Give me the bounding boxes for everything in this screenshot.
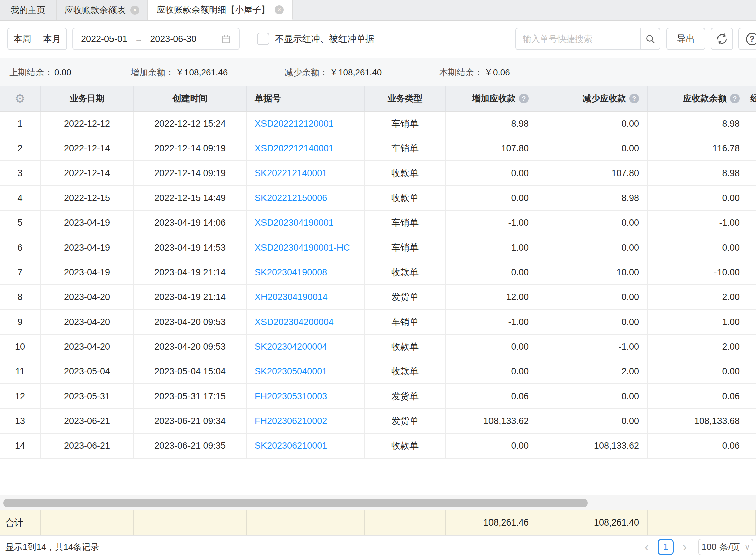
prev-page-button[interactable]: ‹ bbox=[640, 540, 654, 553]
search-button[interactable] bbox=[640, 28, 660, 50]
doc-no-cell: XH202304190014 bbox=[247, 285, 365, 309]
table-row: 13 2023-06-21 2023-06-21 09:34 FH2023062… bbox=[0, 409, 756, 434]
export-button[interactable]: 导出 bbox=[666, 28, 705, 50]
doc-no-link[interactable]: SK202212150006 bbox=[255, 193, 327, 203]
balance-cell: 8.98 bbox=[648, 161, 748, 185]
settings-gear-icon[interactable]: ⚙ bbox=[15, 92, 25, 106]
horizontal-scrollbar-thumb[interactable] bbox=[3, 499, 588, 507]
biz-type-cell: 收款单 bbox=[365, 161, 446, 185]
tab-close-icon[interactable]: × bbox=[130, 6, 139, 15]
row-index: 6 bbox=[0, 235, 41, 259]
page-size-select[interactable]: 100 条/页 ∨ bbox=[698, 538, 753, 555]
table-row: 9 2023-04-20 2023-04-20 09:53 XSD2023042… bbox=[0, 310, 756, 335]
current-page-button[interactable]: 1 bbox=[657, 539, 674, 555]
balance-cell: 0.00 bbox=[648, 186, 748, 210]
biz-type-cell: 收款单 bbox=[365, 335, 446, 359]
this-month-button[interactable]: 本月 bbox=[37, 28, 67, 50]
tab-receivable-balance-detail[interactable]: 应收账款余额明细【小屋子】 × bbox=[148, 0, 293, 20]
biz-type-cell: 收款单 bbox=[365, 434, 446, 458]
balance-cell: -10.00 bbox=[648, 260, 748, 284]
biz-type-cell: 发货单 bbox=[365, 285, 446, 309]
next-page-button[interactable]: › bbox=[678, 540, 692, 553]
table-row: 12 2023-05-31 2023-05-31 17:15 FH2023053… bbox=[0, 384, 756, 409]
doc-no-link[interactable]: SK202304190008 bbox=[255, 267, 327, 278]
doc-no-link[interactable]: XSD202212140001 bbox=[255, 143, 334, 154]
decrease-cell: 0.00 bbox=[537, 211, 648, 235]
doc-no-link[interactable]: FH202306210002 bbox=[255, 416, 327, 426]
search-icon bbox=[645, 33, 656, 45]
table-header: ⚙ 业务日期 创建时间 单据号 业务类型 增加应收款 ? 减少应收款 ? 应收款… bbox=[0, 86, 756, 111]
partial-cell bbox=[748, 359, 756, 383]
biz-type-cell: 车销单 bbox=[365, 235, 446, 259]
refresh-button[interactable] bbox=[711, 28, 733, 50]
table-row: 4 2022-12-15 2022-12-15 14:49 SK20221215… bbox=[0, 186, 756, 211]
doc-no-link[interactable]: SK202305040001 bbox=[255, 366, 327, 377]
increase-cell: 0.00 bbox=[446, 434, 537, 458]
tab-receivable-balance-sheet[interactable]: 应收账款余额表 × bbox=[57, 0, 148, 20]
created-time-cell: 2022-12-12 15:24 bbox=[134, 111, 247, 136]
summary-bar: 上期结余： 0.00 增加余额： ￥108,261.46 减少余额： ￥108,… bbox=[0, 58, 756, 86]
doc-no-link[interactable]: SK202212140001 bbox=[255, 168, 327, 179]
biz-type-cell: 收款单 bbox=[365, 359, 446, 383]
doc-no-link[interactable]: XSD202304190001-HC bbox=[255, 243, 350, 253]
increase-cell: 0.00 bbox=[446, 335, 537, 359]
row-index: 2 bbox=[0, 136, 41, 160]
decrease-cell: 0.00 bbox=[537, 409, 648, 433]
search-input[interactable] bbox=[515, 28, 640, 50]
app-window: 我的主页 应收账款余额表 × 应收账款余额明细【小屋子】 × 本周 本月 202… bbox=[0, 0, 756, 558]
record-count-text: 显示1到14，共14条记录 bbox=[5, 536, 99, 558]
total-label: 合计 bbox=[0, 510, 41, 535]
doc-no-cell: SK202304190008 bbox=[247, 260, 365, 284]
help-button[interactable]: ? bbox=[738, 28, 756, 50]
decrease-cell: -1.00 bbox=[537, 335, 648, 359]
table-row: 3 2022-12-14 2022-12-14 09:19 SK20221214… bbox=[0, 161, 756, 186]
biz-type-cell: 车销单 bbox=[365, 111, 446, 136]
row-index: 9 bbox=[0, 310, 41, 334]
doc-no-cell: SK202305040001 bbox=[247, 359, 365, 383]
date-range-picker[interactable]: 2022-05-01 → 2023-06-30 bbox=[72, 28, 240, 50]
decrease-cell: 2.00 bbox=[537, 359, 648, 383]
increase-cell: 8.98 bbox=[446, 111, 537, 136]
row-index: 12 bbox=[0, 384, 41, 408]
help-icon[interactable]: ? bbox=[629, 94, 639, 103]
business-date-cell: 2022-12-14 bbox=[41, 161, 134, 185]
created-time-cell: 2023-04-19 14:06 bbox=[134, 211, 247, 235]
doc-no-link[interactable]: XH202304190014 bbox=[255, 292, 328, 302]
tab-my-home[interactable]: 我的主页 bbox=[0, 0, 57, 20]
doc-no-link[interactable]: XSD202304190001 bbox=[255, 218, 334, 228]
total-decrease: 108,261.40 bbox=[537, 510, 648, 535]
table-body: 1 2022-12-12 2022-12-12 15:24 XSD2022121… bbox=[0, 111, 756, 458]
doc-no-cell: XSD202304200004 bbox=[247, 310, 365, 334]
doc-no-link[interactable]: XSD202304200004 bbox=[255, 317, 334, 327]
doc-no-link[interactable]: XSD202212120001 bbox=[255, 119, 334, 129]
doc-no-link[interactable]: SK202306210001 bbox=[255, 441, 327, 451]
decrease-cell: 0.00 bbox=[537, 136, 648, 160]
doc-no-link[interactable]: SK202304200004 bbox=[255, 341, 327, 352]
table-row: 6 2023-04-19 2023-04-19 14:53 XSD2023041… bbox=[0, 235, 756, 260]
partial-cell bbox=[748, 111, 756, 136]
partial-cell bbox=[748, 409, 756, 433]
created-time-cell: 2023-06-21 09:35 bbox=[134, 434, 247, 458]
help-icon[interactable]: ? bbox=[519, 94, 529, 103]
row-index: 3 bbox=[0, 161, 41, 185]
business-date-cell: 2023-04-19 bbox=[41, 235, 134, 259]
decrease-cell: 107.80 bbox=[537, 161, 648, 185]
hide-redflush-checkbox[interactable]: 不显示红冲、被红冲单据 bbox=[257, 28, 374, 50]
column-header-doc-no: 单据号 bbox=[247, 86, 365, 111]
tab-close-icon[interactable]: × bbox=[275, 5, 284, 15]
column-header-created-time: 创建时间 bbox=[134, 86, 247, 111]
created-time-cell: 2023-05-04 15:04 bbox=[134, 359, 247, 383]
checkbox-box[interactable] bbox=[257, 33, 269, 45]
business-date-cell: 2023-04-19 bbox=[41, 211, 134, 235]
doc-no-link[interactable]: FH202305310003 bbox=[255, 391, 327, 402]
this-week-button[interactable]: 本周 bbox=[7, 28, 37, 50]
help-icon[interactable]: ? bbox=[730, 94, 739, 103]
increase-cell: 1.00 bbox=[446, 235, 537, 259]
created-time-cell: 2023-06-21 09:34 bbox=[134, 409, 247, 433]
search-box bbox=[515, 28, 660, 50]
calendar-icon bbox=[221, 34, 231, 44]
balance-cell: 2.00 bbox=[648, 335, 748, 359]
balance-cell: 0.00 bbox=[648, 235, 748, 259]
decrease-amount: 减少余额： ￥108,261.40 bbox=[285, 58, 382, 86]
table-row: 2 2022-12-14 2022-12-14 09:19 XSD2022121… bbox=[0, 136, 756, 161]
